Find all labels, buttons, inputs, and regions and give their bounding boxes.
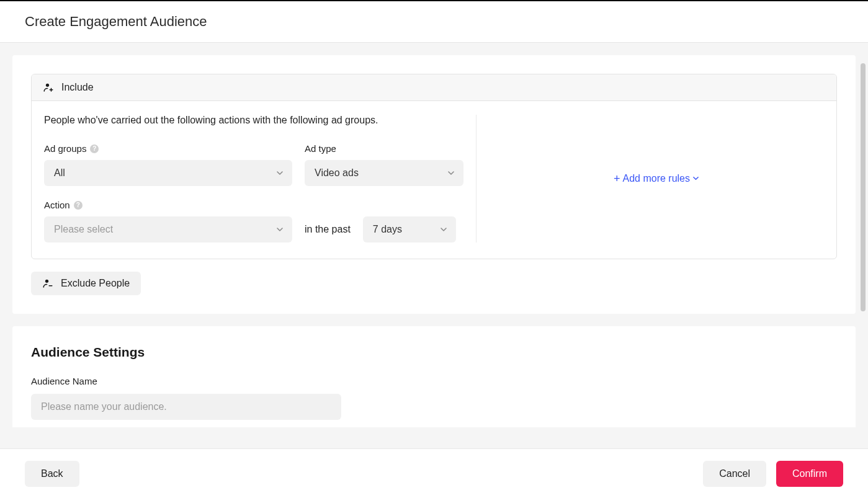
audience-settings-card: Audience Settings Audience Name (12, 326, 856, 427)
exclude-people-button[interactable]: Exclude People (31, 272, 141, 295)
add-more-rules-link[interactable]: + Add more rules (614, 172, 699, 185)
action-field: Action ? Please select (44, 200, 292, 242)
include-box: Include People who've carried out the fo… (31, 74, 837, 259)
person-minus-icon (42, 278, 53, 289)
audience-name-label: Audience Name (31, 376, 837, 386)
help-icon[interactable]: ? (74, 201, 83, 210)
audience-name-input[interactable] (31, 394, 341, 420)
action-select[interactable]: Please select (44, 216, 292, 242)
rule-left-panel: People who've carried out the following … (44, 115, 477, 242)
footer-right: Cancel Confirm (703, 461, 843, 487)
ad-groups-select[interactable]: All (44, 160, 292, 186)
ad-groups-label: Ad groups ? (44, 143, 292, 154)
ad-type-select[interactable]: Video ads (305, 160, 463, 186)
chevron-down-icon (276, 226, 284, 233)
audience-settings-title: Audience Settings (31, 345, 837, 360)
page-title: Create Engagement Audience (25, 14, 207, 29)
plus-icon: + (614, 172, 620, 185)
chevron-down-icon (447, 169, 455, 177)
cancel-button[interactable]: Cancel (703, 461, 766, 487)
svg-point-1 (45, 280, 48, 283)
chevron-down-icon (276, 169, 284, 177)
in-the-past-text: in the past (305, 216, 351, 242)
rule-description: People who've carried out the following … (44, 115, 463, 126)
ad-groups-field: Ad groups ? All (44, 143, 292, 186)
chevron-down-icon (692, 173, 699, 184)
ad-type-label: Ad type (305, 143, 463, 154)
page-header: Create Engagement Audience (0, 0, 868, 43)
svg-point-0 (46, 84, 49, 87)
include-card: Include People who've carried out the fo… (12, 55, 856, 314)
ad-type-field: Ad type Video ads (305, 143, 463, 186)
action-label: Action ? (44, 200, 292, 210)
help-icon[interactable]: ? (90, 145, 99, 153)
rule-right-panel: + Add more rules (489, 115, 824, 242)
field-row-1: Ad groups ? All (44, 143, 463, 186)
chevron-down-icon (440, 226, 447, 233)
include-header: Include (32, 74, 836, 101)
include-body: People who've carried out the following … (32, 101, 836, 259)
back-button[interactable]: Back (25, 461, 79, 487)
content-area: Include People who've carried out the fo… (0, 43, 868, 427)
scrollbar[interactable] (861, 63, 866, 311)
time-range-select[interactable]: 7 days (363, 216, 456, 242)
field-row-2: Action ? Please select in the past (44, 200, 463, 242)
include-label: Include (61, 82, 94, 93)
footer: Back Cancel Confirm (0, 448, 868, 498)
person-plus-icon (43, 82, 54, 93)
confirm-button[interactable]: Confirm (776, 461, 843, 487)
